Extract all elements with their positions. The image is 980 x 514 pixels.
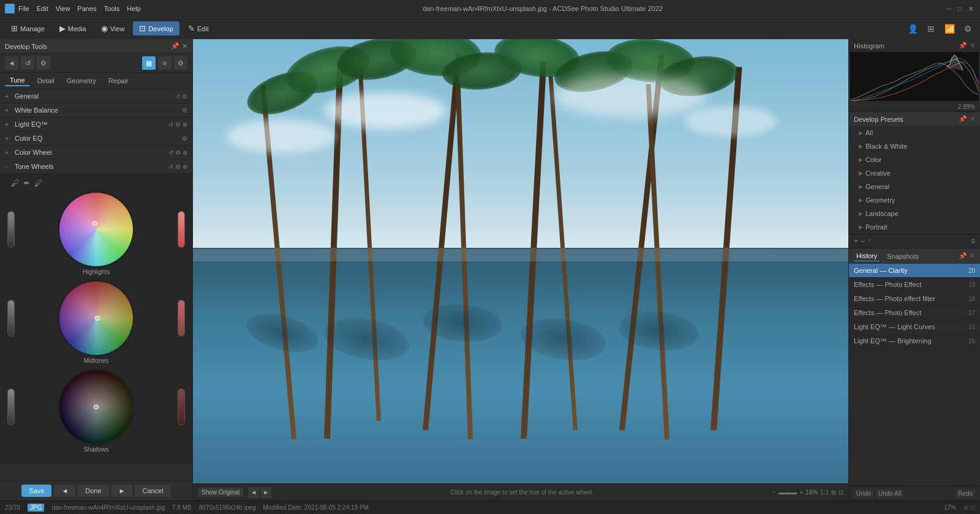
section-tone-wheels-header[interactable]: − Tone Wheels ↺ ⚙ ⊕ bbox=[0, 160, 192, 173]
history-pin-icon[interactable]: 📌 bbox=[959, 252, 967, 260]
midtones-dot[interactable] bbox=[95, 316, 100, 321]
history-header-right[interactable]: 📌 ✕ bbox=[959, 252, 975, 260]
midtones-slider-left[interactable] bbox=[5, 300, 17, 337]
panel-close-icon[interactable]: ✕ bbox=[182, 42, 187, 50]
section-light-eq-header[interactable]: + Light EQ™ ↺ ⚙ ⊕ bbox=[0, 117, 192, 131]
tw-section-icons[interactable]: ↺ ⚙ ⊕ bbox=[168, 163, 187, 170]
shadows-right-arc[interactable] bbox=[178, 389, 185, 425]
section-white-balance-header[interactable]: + White Balance ⚙ bbox=[0, 103, 192, 117]
tab-tune[interactable]: Tune bbox=[5, 75, 30, 86]
preset-landscape[interactable]: ▶ Landscape bbox=[849, 207, 980, 220]
forward-button[interactable]: ► bbox=[111, 485, 133, 497]
zoom-ratio[interactable]: 1:1 bbox=[820, 489, 829, 496]
nav-view[interactable]: ◉ View bbox=[95, 21, 131, 35]
histogram-pin-icon[interactable]: 📌 bbox=[959, 42, 967, 50]
history-item-1[interactable]: Effects — Photo Effect 19 bbox=[849, 278, 980, 292]
photo-area[interactable] bbox=[193, 39, 848, 483]
midtones-slider-right[interactable] bbox=[175, 300, 187, 337]
ceq-settings-icon[interactable]: ⚙ bbox=[182, 135, 187, 142]
photo-canvas[interactable] bbox=[193, 39, 848, 483]
preset-color[interactable]: ▶ Color bbox=[849, 153, 980, 166]
nav-edit[interactable]: ✎ Edit bbox=[182, 21, 215, 35]
general-refresh-icon[interactable]: ↺ bbox=[175, 93, 180, 100]
history-tab-history[interactable]: History bbox=[854, 251, 880, 261]
tw-more-icon[interactable]: ⊕ bbox=[183, 163, 187, 170]
midtones-right-arc[interactable] bbox=[178, 300, 185, 337]
history-item-5[interactable]: Light EQ™ — Brightening 15 bbox=[849, 334, 980, 348]
save-button[interactable]: Save bbox=[21, 485, 51, 497]
history-tab-snapshots[interactable]: Snapshots bbox=[884, 251, 921, 261]
back-button[interactable]: ◄ bbox=[54, 485, 75, 497]
nav-media[interactable]: ▶ Media bbox=[53, 21, 92, 35]
back-tool-icon[interactable]: ◄ bbox=[5, 56, 18, 70]
histogram-close-icon[interactable]: ✕ bbox=[970, 42, 975, 50]
zoom-in-icon[interactable]: + bbox=[799, 489, 803, 496]
panel-pin-icon[interactable]: 📌 bbox=[171, 42, 179, 50]
history-item-4[interactable]: Light EQ™ — Light Curves 16 bbox=[849, 320, 980, 334]
wb-settings-icon[interactable]: ⚙ bbox=[182, 107, 187, 114]
preset-portrait[interactable]: ▶ Portrait bbox=[849, 220, 980, 234]
menu-bar[interactable]: File Edit View Panes Tools Help bbox=[18, 5, 141, 12]
refresh-icon[interactable]: ↺ bbox=[21, 56, 34, 70]
history-item-0[interactable]: General — Clarity 20 bbox=[849, 264, 980, 278]
highlights-left-arc[interactable] bbox=[7, 211, 15, 248]
shadows-slider-right[interactable] bbox=[175, 389, 187, 425]
zoom-mode-icon[interactable]: ⊡ bbox=[839, 489, 843, 496]
menu-file[interactable]: File bbox=[18, 5, 29, 12]
delete-preset-icon[interactable]: − bbox=[861, 237, 865, 245]
preset-menu-icon[interactable]: ≡ bbox=[971, 237, 975, 245]
minimize-button[interactable]: ─ bbox=[944, 4, 953, 13]
tune-view-icon[interactable]: ▦ bbox=[142, 56, 156, 70]
user-icon-btn[interactable]: 👤 bbox=[905, 21, 920, 36]
highlights-dot[interactable] bbox=[92, 221, 97, 226]
dropper-highlights-btn[interactable]: 🖊 bbox=[34, 178, 43, 188]
fit-icon[interactable]: ⊞ bbox=[831, 489, 836, 496]
show-original-button[interactable]: Show Original bbox=[198, 488, 243, 497]
presets-close-icon[interactable]: ✕ bbox=[970, 115, 975, 123]
dropper-shadows-btn[interactable]: 🖋 bbox=[11, 178, 20, 188]
window-controls[interactable]: ─ □ ✕ bbox=[944, 4, 975, 13]
panel-header-controls[interactable]: 📌 ✕ bbox=[171, 42, 187, 50]
nav-manage[interactable]: ⊞ Manage bbox=[5, 21, 51, 35]
general-settings-icon[interactable]: ⚙ bbox=[182, 93, 187, 100]
tab-geometry[interactable]: Geometry bbox=[62, 76, 101, 86]
tab-detail[interactable]: Detail bbox=[32, 76, 59, 86]
midtones-left-arc[interactable] bbox=[7, 300, 15, 337]
leq-section-icons[interactable]: ↺ ⚙ ⊕ bbox=[168, 121, 187, 128]
menu-panes[interactable]: Panes bbox=[77, 5, 96, 12]
history-item-2[interactable]: Effects — Photo effect filter 18 bbox=[849, 292, 980, 306]
preset-creative[interactable]: ▶ Creative bbox=[849, 166, 980, 180]
redo-button[interactable]: Redo bbox=[956, 489, 975, 498]
settings-tool-icon[interactable]: ⚙ bbox=[37, 56, 50, 70]
cw-refresh-icon[interactable]: ↺ bbox=[168, 149, 173, 156]
histogram-controls[interactable]: 📌 ✕ bbox=[959, 42, 975, 50]
maximize-button[interactable]: □ bbox=[956, 4, 964, 13]
undo-button[interactable]: Undo bbox=[854, 489, 873, 498]
preset-general[interactable]: ▶ General bbox=[849, 180, 980, 193]
tab-repair[interactable]: Repair bbox=[104, 76, 133, 86]
leq-more-icon[interactable]: ⊕ bbox=[183, 121, 187, 128]
nav-develop[interactable]: ⊡ Develop bbox=[133, 21, 179, 35]
section-general-header[interactable]: + General ↺ ⚙ bbox=[0, 89, 192, 103]
prev-image-button[interactable]: ◄ bbox=[248, 487, 259, 498]
dropper-tools[interactable]: 🖋 ✒ 🖊 bbox=[5, 178, 187, 188]
zoom-slider[interactable]: ▬▬▬ bbox=[778, 489, 797, 496]
menu-tools[interactable]: Tools bbox=[104, 5, 120, 12]
menu-help[interactable]: Help bbox=[127, 5, 141, 12]
shadows-slider-left[interactable] bbox=[5, 389, 17, 425]
preset-black-white[interactable]: ▶ Black & White bbox=[849, 140, 980, 153]
config-icon[interactable]: ⚙ bbox=[174, 56, 187, 70]
leq-refresh-icon[interactable]: ↺ bbox=[168, 121, 173, 128]
history-close-icon[interactable]: ✕ bbox=[970, 252, 975, 260]
done-button[interactable]: Done bbox=[78, 485, 108, 497]
shadows-color-wheel[interactable] bbox=[59, 370, 133, 444]
preset-all[interactable]: ▶ All bbox=[849, 126, 980, 140]
stats-icon-btn[interactable]: 📶 bbox=[942, 21, 957, 36]
highlights-color-wheel[interactable] bbox=[59, 193, 133, 266]
export-preset-icon[interactable]: ↑ bbox=[867, 237, 871, 245]
cw-section-icons[interactable]: ↺ ⚙ ⊕ bbox=[168, 149, 187, 156]
zoom-out-icon[interactable]: − bbox=[772, 489, 776, 496]
highlights-slider-left[interactable] bbox=[5, 211, 17, 248]
tw-refresh-icon[interactable]: ↺ bbox=[168, 163, 173, 170]
tw-settings-icon[interactable]: ⚙ bbox=[175, 163, 181, 170]
